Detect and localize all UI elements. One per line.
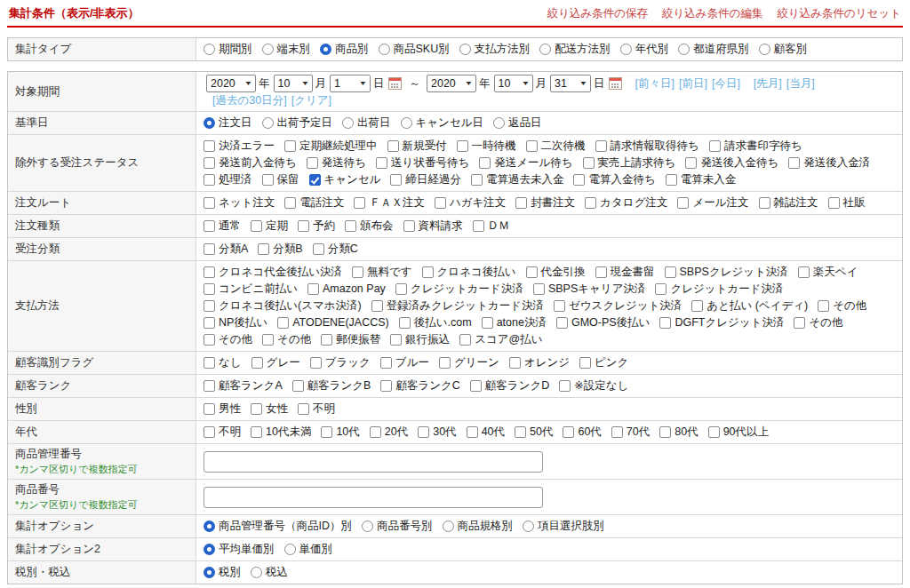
checkbox-icon[interactable] [387,140,399,152]
checkbox-icon[interactable] [759,197,770,209]
age-group-checkbox-option[interactable]: 90代以上 [708,424,769,441]
customer-rank-checkbox-option[interactable]: 顧客ランクB [292,377,371,394]
base-date-radio-option[interactable]: 出荷日 [342,115,391,131]
checkbox-icon[interactable] [554,300,565,312]
radio-checked-icon[interactable] [204,544,215,555]
order-route-checkbox-option[interactable]: ネット注文 [204,195,275,211]
payment-method-checkbox-option[interactable]: クロネコ代金後払い決済 [204,264,342,281]
excluded-order-status-checkbox-option[interactable]: 定期継続処理中 [284,138,378,155]
payment-method-checkbox-option[interactable]: スコア@払い [459,331,542,348]
checkbox-icon[interactable] [794,317,805,329]
payment-method-checkbox-option[interactable]: 登録済みクレジットカード決済 [371,298,544,314]
summary-type-radio-option[interactable]: 端末別 [262,41,311,58]
checkbox-icon[interactable] [354,197,365,209]
start-day-select[interactable]: 1▼ [330,75,371,92]
order-kind-checkbox-option[interactable]: 予約 [298,218,335,234]
base-date-radio-option[interactable]: 注文日 [204,115,252,131]
checkbox-icon[interactable] [204,266,215,278]
order-route-checkbox-option[interactable]: ＦＡＸ注文 [354,195,425,211]
checkbox-icon[interactable] [251,220,262,232]
customer-flag-checkbox-option[interactable]: ブルー [380,354,429,371]
checkbox-icon[interactable] [390,174,402,186]
summary-option-radio-option[interactable]: 商品管理番号（商品ID）別 [204,518,352,535]
product-code-input[interactable] [204,487,543,508]
customer-flag-checkbox-option[interactable]: グリーン [439,354,499,371]
radio-icon[interactable] [379,44,390,55]
checkbox-icon[interactable] [709,140,721,152]
calendar-icon[interactable] [388,77,402,90]
checkbox-icon[interactable] [798,266,810,278]
checkbox-icon[interactable] [370,426,381,438]
age-group-checkbox-option[interactable]: 不明 [204,424,241,441]
checkbox-icon[interactable] [482,317,493,329]
summary-type-radio-option[interactable]: 年代別 [620,41,669,58]
checkbox-icon[interactable] [313,243,324,255]
checkbox-icon[interactable] [708,426,720,438]
excluded-order-status-checkbox-option[interactable]: 保留 [262,171,299,188]
radio-checked-icon[interactable] [204,567,215,578]
checkbox-icon[interactable] [473,220,484,232]
checkbox-icon[interactable] [665,266,676,278]
payment-method-checkbox-option[interactable]: その他 [262,331,311,348]
checkbox-icon[interactable] [204,317,215,329]
checkbox-icon[interactable] [204,140,215,152]
payment-method-checkbox-option[interactable]: クロネコ後払い(スマホ決済) [204,298,362,314]
payment-method-checkbox-option[interactable]: GMO-PS後払い [556,314,651,331]
excluded-order-status-checkbox-option[interactable]: 二次待機 [526,138,586,155]
checkbox-icon[interactable] [435,197,446,209]
age-group-checkbox-option[interactable]: 80代 [659,424,698,441]
excluded-order-status-checkbox-option[interactable]: 発送待ち [307,155,366,171]
checkbox-icon[interactable] [310,357,322,369]
checkbox-icon[interactable] [526,140,538,152]
checkbox-checked-icon[interactable] [309,174,321,186]
checkbox-icon[interactable] [371,300,383,312]
checkbox-icon[interactable] [390,334,402,346]
checkbox-icon[interactable] [251,357,263,369]
summary-option-radio-option[interactable]: 商品番号別 [362,518,433,535]
age-group-checkbox-option[interactable]: 40代 [467,424,505,441]
excluded-order-status-checkbox-option[interactable]: 処理済 [204,171,252,188]
payment-method-checkbox-option[interactable]: NP後払い [204,314,267,331]
radio-icon[interactable] [204,44,215,55]
payment-method-checkbox-option[interactable]: クレジットカード決済 [395,281,523,298]
summary-option-radio-option[interactable]: 項目選択肢別 [523,518,604,535]
radio-icon[interactable] [493,117,505,129]
checkbox-icon[interactable] [204,403,215,415]
excluded-order-status-checkbox-option[interactable]: 実売上請求待ち [583,155,676,171]
gender-checkbox-option[interactable]: 男性 [204,401,241,417]
order-route-checkbox-option[interactable]: カタログ注文 [585,195,667,211]
radio-icon[interactable] [539,44,551,55]
checkbox-icon[interactable] [509,357,521,369]
radio-icon[interactable] [523,520,534,532]
payment-method-checkbox-option[interactable]: その他 [818,298,866,314]
excluded-order-status-checkbox-option[interactable]: 発送前入金待ち [204,155,297,171]
checkbox-icon[interactable] [298,403,309,415]
radio-icon[interactable] [459,44,471,55]
order-route-checkbox-option[interactable]: ハガキ注文 [435,195,506,211]
checkbox-icon[interactable] [467,426,478,438]
summary-type-radio-option[interactable]: 配送方法別 [539,41,611,58]
age-group-checkbox-option[interactable]: 70代 [611,424,650,441]
checkbox-icon[interactable] [595,140,607,152]
excluded-order-status-checkbox-option[interactable]: 発送後入金待ち [685,155,778,171]
base-date-radio-option[interactable]: 出荷予定日 [262,115,333,131]
tax-type-radio-option[interactable]: 税別 [204,564,241,581]
checkbox-icon[interactable] [307,283,319,295]
checkbox-icon[interactable] [251,426,262,438]
excluded-order-status-checkbox-option[interactable]: 発送後入金済 [788,155,870,171]
checkbox-icon[interactable] [321,334,332,346]
customer-rank-checkbox-option[interactable]: 顧客ランクA [204,377,283,394]
radio-icon[interactable] [759,44,770,55]
checkbox-icon[interactable] [818,300,829,312]
checkbox-icon[interactable] [666,174,677,186]
order-route-checkbox-option[interactable]: メール注文 [677,195,748,211]
end-month-select[interactable]: 10▼ [494,75,533,92]
checkbox-icon[interactable] [563,426,574,438]
order-class-checkbox-option[interactable]: 分類B [258,241,302,258]
payment-method-checkbox-option[interactable]: 無料です [352,264,412,281]
radio-icon[interactable] [678,44,690,55]
checkbox-icon[interactable] [579,357,591,369]
age-group-checkbox-option[interactable]: 10代 [321,424,359,441]
checkbox-icon[interactable] [611,426,623,438]
customer-flag-checkbox-option[interactable]: オレンジ [509,354,570,371]
